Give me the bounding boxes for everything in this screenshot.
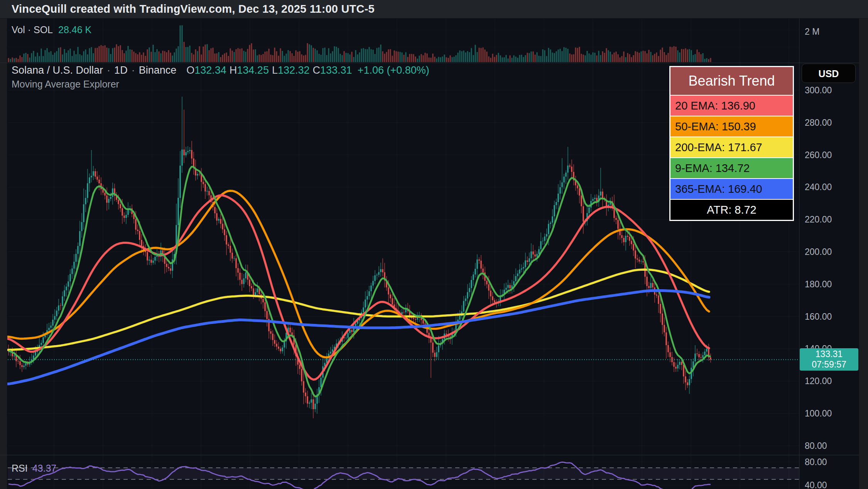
legend-rows: 20 EMA: 136.9050-EMA: 150.39200-EMA: 171… <box>670 96 793 199</box>
candlesticks <box>8 97 711 418</box>
price-axis-label: 160.00 <box>805 312 832 322</box>
symbol-legend[interactable]: Solana / U.S. Dollar · 1D · Binance O 13… <box>12 64 429 76</box>
rsi-axis-label: 80.00 <box>805 457 827 467</box>
bar-countdown: 07:59:57 <box>800 359 858 370</box>
low-value: 132.32 <box>278 64 310 76</box>
attribution-text: VinceQuill created with TradingView.com,… <box>0 0 375 18</box>
price-axis-label: 100.00 <box>805 408 832 419</box>
rsi-indicator-label[interactable]: RSI <box>12 463 28 474</box>
rsi-value: 43.37 <box>32 463 57 474</box>
price-axis-label: 180.00 <box>805 279 832 290</box>
price-axis-label: 280.00 <box>805 118 832 128</box>
legend-row: 200-EMA: 171.67 <box>670 137 793 157</box>
rsi-legend[interactable]: RSI 43.37 <box>12 463 56 474</box>
legend-row: 20 EMA: 136.90 <box>670 96 793 116</box>
price-axis-label: 80.00 <box>805 441 827 451</box>
current-price: 133.31 <box>800 349 858 359</box>
price-axis-label: 240.00 <box>805 182 832 192</box>
indicator-legend[interactable]: Moving Average Explorer <box>12 79 119 90</box>
volume-bars <box>8 25 711 62</box>
ema200-line <box>8 270 709 350</box>
high-label: H <box>230 64 237 76</box>
separator-dot: · <box>132 64 135 76</box>
atr-row: ATR: 8.72 <box>670 200 793 220</box>
legend-row: 9-EMA: 134.72 <box>670 158 793 178</box>
indicator-title[interactable]: Moving Average Explorer <box>12 79 119 89</box>
price-axis-label: 120.00 <box>805 376 832 386</box>
volume-legend[interactable]: Vol · SOL 28.46 K <box>12 24 91 35</box>
price-axis-label: 220.00 <box>805 214 832 225</box>
price-axis-label: 260.00 <box>805 150 832 160</box>
tradingview-chart-window: { "header": { "title": "VinceQuill creat… <box>0 0 868 489</box>
high-value: 134.25 <box>237 64 269 76</box>
ema365-line <box>8 291 709 384</box>
symbol-exchange[interactable]: Binance <box>139 64 177 76</box>
trend-legend-title: Bearish Trend <box>670 67 793 95</box>
legend-row: 50-EMA: 150.39 <box>670 116 793 137</box>
price-axis-label: 200.00 <box>805 247 832 257</box>
current-price-badge: 133.31 07:59:57 <box>800 348 858 371</box>
trend-legend-box: Bearish Trend 20 EMA: 136.9050-EMA: 150.… <box>669 66 794 221</box>
close-label: C <box>313 64 321 76</box>
open-label: O <box>186 64 194 76</box>
currency-toggle-button[interactable]: USD <box>802 64 856 83</box>
close-value: 133.31 <box>320 64 352 76</box>
volume-axis-label: 2 M <box>805 27 819 37</box>
symbol-name[interactable]: Solana / U.S. Dollar <box>12 64 103 76</box>
volume-indicator-label[interactable]: Vol · SOL <box>12 24 53 35</box>
legend-row: 365-EMA: 169.40 <box>670 179 793 199</box>
volume-value: 28.46 K <box>58 24 91 35</box>
attribution-bar: VinceQuill created with TradingView.com,… <box>0 0 868 19</box>
symbol-interval[interactable]: 1D <box>114 64 128 76</box>
separator-dot: · <box>107 64 110 76</box>
rsi-axis-label: 40.00 <box>805 480 827 489</box>
ema9-line <box>8 167 711 396</box>
low-label: L <box>272 64 278 76</box>
price-axis-label: 300.00 <box>805 85 832 96</box>
change-value: +1.06 (+0.80%) <box>358 64 429 76</box>
open-value: 132.34 <box>194 64 226 76</box>
